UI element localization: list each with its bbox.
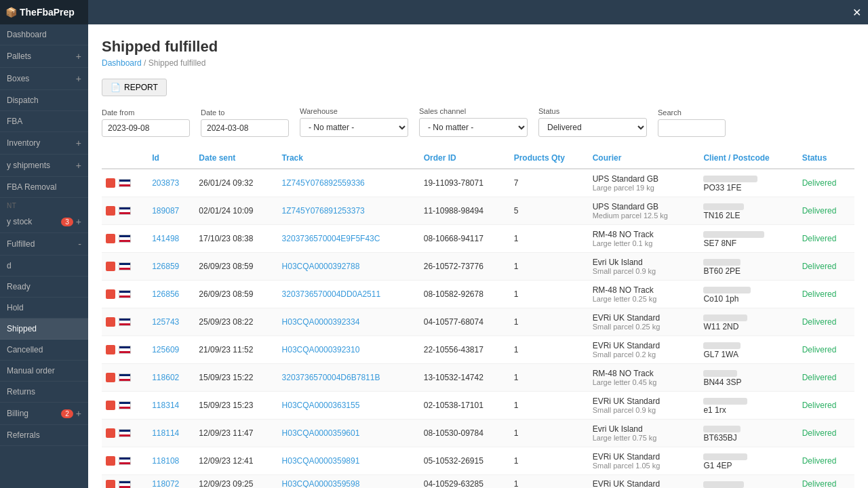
sidebar-item-fba-removal[interactable]: FBA Removal (0, 177, 88, 198)
track-link[interactable]: 1Z745Y076891253373 (282, 206, 365, 216)
row-id[interactable]: 118602 (148, 364, 195, 392)
row-id[interactable]: 141498 (148, 225, 195, 253)
row-order-id: 04-10529-63285 (420, 475, 510, 489)
row-date-sent: 26/01/24 09:32 (195, 169, 277, 197)
date-to-input[interactable] (201, 119, 289, 137)
sidebar-item-label: FBA Removal (7, 182, 56, 192)
postcode: G1 4EP (703, 461, 793, 470)
sidebar-item-dispatch[interactable]: Dispatch (0, 90, 88, 111)
id-link[interactable]: 125609 (152, 345, 179, 354)
row-track[interactable]: H03CQA0000359598 (278, 475, 420, 489)
close-icon[interactable]: ✕ (852, 6, 861, 19)
row-track[interactable]: H03CQA0000359891 (278, 447, 420, 475)
id-link[interactable]: 189087 (152, 206, 179, 216)
track-link[interactable]: 1Z745Y076892559336 (282, 178, 365, 188)
row-order-id: 08-10530-09784 (420, 420, 510, 447)
col-date-sent[interactable]: Date sent (195, 148, 277, 169)
row-track[interactable]: H03CQA0000359601 (278, 420, 420, 447)
row-id[interactable]: 125609 (148, 336, 195, 364)
sidebar-item-dashboard[interactable]: Dashboard (0, 24, 88, 45)
id-link[interactable]: 118114 (152, 428, 179, 438)
id-link[interactable]: 203873 (152, 178, 179, 188)
sidebar-item-shipped[interactable]: Shipped (0, 319, 88, 340)
row-track[interactable]: H03CQA0000392788 (278, 253, 420, 281)
track-link[interactable]: H03CQA0000359598 (282, 479, 360, 488)
sidebar-item-referrals[interactable]: Referrals (0, 425, 88, 446)
id-link[interactable]: 141498 (152, 234, 179, 243)
sidebar-item-d[interactable]: d (0, 256, 88, 277)
breadcrumb-home[interactable]: Dashboard (102, 58, 142, 68)
row-id[interactable]: 203873 (148, 169, 195, 197)
sidebar-item-manual-order[interactable]: Manual order (0, 361, 88, 382)
track-link[interactable]: H03CQA0000363155 (282, 401, 360, 410)
id-link[interactable]: 118602 (152, 373, 179, 382)
row-icons (102, 225, 148, 253)
row-track[interactable]: H03CQA0000392334 (278, 308, 420, 336)
track-link[interactable]: H03CQA0000392334 (282, 317, 360, 327)
track-link[interactable]: H03CQA0000392310 (282, 345, 360, 354)
col-status[interactable]: Status (798, 148, 854, 169)
row-id[interactable]: 118314 (148, 392, 195, 420)
sidebar-item-billing[interactable]: Billing 2 + (0, 403, 88, 425)
row-id[interactable]: 125743 (148, 308, 195, 336)
sidebar-item-hold[interactable]: Hold (0, 298, 88, 319)
sidebar-item-ready[interactable]: Ready (0, 277, 88, 298)
track-link[interactable]: 3203736570004E9F5F43C (282, 234, 380, 243)
row-track[interactable]: 3203736570004D6B7811B (278, 364, 420, 392)
row-id[interactable]: 189087 (148, 197, 195, 225)
sidebar-item-y-stock[interactable]: y stock 3 + (0, 211, 88, 233)
track-link[interactable]: H03CQA0000392788 (282, 262, 360, 271)
col-id[interactable]: Id (148, 148, 195, 169)
sidebar-item-shipments[interactable]: y shipments + (0, 155, 88, 177)
row-id[interactable]: 118072 (148, 475, 195, 489)
row-id[interactable]: 126856 (148, 281, 195, 308)
sidebar-item-fba[interactable]: FBA (0, 111, 88, 132)
row-date-sent: 02/01/24 10:09 (195, 197, 277, 225)
date-to-label: Date to (201, 108, 289, 117)
date-from-input[interactable] (102, 119, 190, 137)
sidebar-item-cancelled[interactable]: Cancelled (0, 340, 88, 361)
sidebar-item-boxes[interactable]: Boxes + (0, 68, 88, 90)
row-id[interactable]: 118114 (148, 420, 195, 447)
id-link[interactable]: 126859 (152, 262, 179, 271)
row-track[interactable]: 3203736570004DD0A2511 (278, 281, 420, 308)
row-track[interactable]: 1Z745Y076891253373 (278, 197, 420, 225)
sidebar-item-fulfilled[interactable]: Fulfilled - (0, 233, 88, 256)
flag-icon (119, 179, 131, 187)
col-courier[interactable]: Courier (589, 148, 700, 169)
sidebar-item-inventory[interactable]: Inventory + (0, 132, 88, 155)
row-track[interactable]: 3203736570004E9F5F43C (278, 225, 420, 253)
gift-icon (106, 178, 115, 188)
row-courier: EVRi UK StandardSmall parcel 0.2 kg (589, 336, 700, 364)
track-link[interactable]: 3203736570004D6B7811B (282, 373, 380, 382)
id-link[interactable]: 125743 (152, 317, 179, 327)
id-link[interactable]: 118072 (152, 479, 179, 488)
row-track[interactable]: H03CQA0000363155 (278, 392, 420, 420)
postcode: e1 1rx (703, 405, 793, 415)
row-track[interactable]: 1Z745Y076892559336 (278, 169, 420, 197)
row-status: Delivered (798, 392, 854, 420)
search-input[interactable] (658, 119, 726, 137)
col-track[interactable]: Track (278, 148, 420, 169)
col-order-id[interactable]: Order ID (420, 148, 510, 169)
sales-channel-label: Sales channel (419, 107, 528, 115)
sidebar-item-returns[interactable]: Returns (0, 382, 88, 403)
report-button[interactable]: 📄 REPORT (102, 79, 167, 96)
status-select[interactable]: Delivered (538, 118, 647, 137)
flag-icon (119, 235, 131, 243)
id-link[interactable]: 126856 (152, 289, 179, 299)
id-link[interactable]: 118108 (152, 456, 179, 466)
sidebar-item-pallets[interactable]: Pallets + (0, 45, 88, 68)
row-track[interactable]: H03CQA0000392310 (278, 336, 420, 364)
id-link[interactable]: 118314 (152, 401, 179, 410)
sales-channel-select[interactable]: - No matter - (419, 118, 528, 137)
warehouse-select[interactable]: - No matter - (300, 118, 408, 137)
track-link[interactable]: H03CQA0000359891 (282, 456, 360, 466)
col-products-qty[interactable]: Products Qty (510, 148, 589, 169)
row-id[interactable]: 118108 (148, 447, 195, 475)
track-link[interactable]: 3203736570004DD0A2511 (282, 289, 380, 299)
row-id[interactable]: 126859 (148, 253, 195, 281)
track-link[interactable]: H03CQA0000359601 (282, 428, 360, 438)
col-client-postcode[interactable]: Client / Postcode (699, 148, 797, 169)
row-qty: 1 (510, 364, 589, 392)
